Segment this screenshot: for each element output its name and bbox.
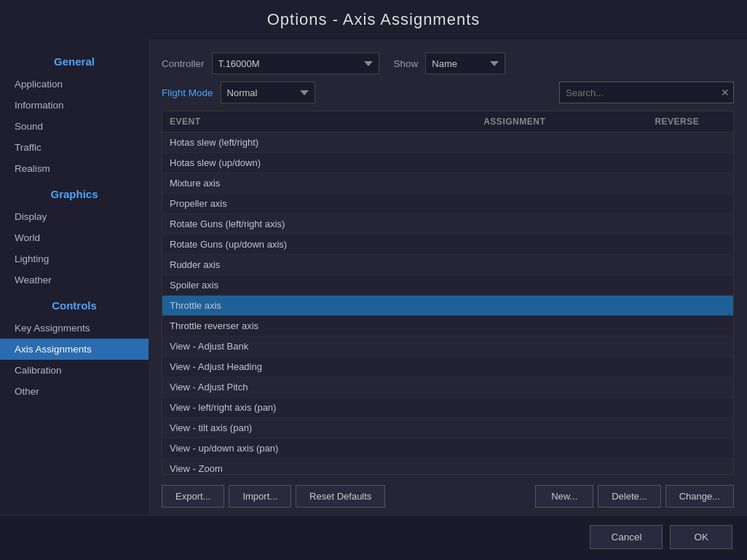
events-table-wrapper: EVENT ASSIGNMENT REVERSE Hotas slew (lef…: [162, 111, 734, 475]
table-row[interactable]: View - tilt axis (pan): [162, 418, 733, 438]
change-button[interactable]: Change...: [665, 485, 734, 508]
table-row[interactable]: Mixture axis: [162, 173, 733, 194]
event-cell: View - tilt axis (pan): [162, 418, 476, 438]
event-cell: View - Adjust Heading: [162, 357, 476, 377]
assignment-cell: [476, 398, 647, 418]
ok-button[interactable]: OK: [670, 525, 732, 549]
table-row[interactable]: Hotas slew (left/right): [162, 133, 733, 153]
search-input[interactable]: [559, 82, 734, 103]
sidebar-item-calibration[interactable]: Calibration: [0, 360, 149, 381]
sidebar-item-application[interactable]: Application: [0, 74, 149, 95]
controller-select[interactable]: T.16000M: [212, 52, 379, 74]
table-row[interactable]: Hotas slew (up/down): [162, 153, 733, 173]
reverse-cell: [647, 234, 733, 255]
assignment-cell: [476, 316, 647, 336]
table-row[interactable]: Throttle reverser axis: [162, 316, 733, 336]
reverse-cell: [647, 153, 733, 173]
sidebar-item-display[interactable]: Display: [0, 206, 149, 227]
table-row[interactable]: View - up/down axis (pan): [162, 438, 733, 459]
event-cell: Hotas slew (left/right): [162, 133, 476, 153]
table-row[interactable]: Spoiler axis: [162, 275, 733, 296]
new-button[interactable]: New...: [535, 485, 593, 508]
event-cell: Mixture axis: [162, 173, 476, 194]
assignment-cell: [476, 336, 647, 357]
assignment-cell: [476, 357, 647, 377]
top-controls: Controller T.16000M Show Name ID: [162, 52, 734, 74]
sidebar-item-lighting[interactable]: Lighting: [0, 248, 149, 269]
reverse-cell: [647, 336, 733, 357]
event-cell: Hotas slew (up/down): [162, 153, 476, 173]
table-row[interactable]: View - Adjust Heading: [162, 357, 733, 377]
assignment-cell: [476, 234, 647, 255]
events-table-container[interactable]: EVENT ASSIGNMENT REVERSE Hotas slew (lef…: [162, 111, 733, 474]
event-cell: Rotate Guns (left/right axis): [162, 214, 476, 234]
sidebar-item-sound[interactable]: Sound: [0, 116, 149, 137]
event-cell: View - up/down axis (pan): [162, 438, 476, 459]
event-cell: Throttle reverser axis: [162, 316, 476, 336]
reset-defaults-button[interactable]: Reset Defaults: [296, 485, 385, 508]
table-row[interactable]: Rotate Guns (up/down axis): [162, 234, 733, 255]
assignment-cell: [476, 153, 647, 173]
event-cell: View - Adjust Bank: [162, 336, 476, 357]
sidebar-item-axis-assignments[interactable]: Axis Assignments: [0, 339, 149, 360]
assignment-cell: [476, 418, 647, 438]
search-clear-icon[interactable]: ✕: [721, 87, 730, 98]
reverse-cell: [647, 133, 733, 153]
controller-label: Controller: [162, 58, 205, 69]
reverse-cell: [647, 418, 733, 438]
cancel-button[interactable]: Cancel: [590, 525, 663, 549]
sidebar-item-weather[interactable]: Weather: [0, 269, 149, 291]
table-row[interactable]: View - Adjust Pitch: [162, 377, 733, 398]
assignment-cell: [476, 194, 647, 214]
reverse-cell: [647, 398, 733, 418]
content-area: Controller T.16000M Show Name ID Flight …: [149, 39, 747, 515]
assignment-cell: [476, 275, 647, 296]
sidebar-item-key-assignments[interactable]: Key Assignments: [0, 318, 149, 339]
assignment-cell: [476, 296, 647, 316]
import-button[interactable]: Import...: [229, 485, 291, 508]
event-cell: Spoiler axis: [162, 275, 476, 296]
col-header-assignment: ASSIGNMENT: [476, 111, 647, 133]
sidebar-item-other[interactable]: Other: [0, 381, 149, 402]
bottom-bar: Cancel OK: [0, 515, 747, 559]
col-header-event: EVENT: [162, 111, 476, 133]
flight-mode-label: Flight Mode: [162, 87, 213, 98]
reverse-cell: [647, 194, 733, 214]
assignment-cell: [476, 459, 647, 475]
table-row[interactable]: Rudder axis: [162, 255, 733, 275]
sidebar-item-world[interactable]: World: [0, 227, 149, 248]
title-bar: Options - Axis Assignments: [0, 0, 747, 39]
show-select[interactable]: Name ID: [425, 52, 505, 74]
table-row[interactable]: View - Adjust Bank: [162, 336, 733, 357]
reverse-cell: [647, 214, 733, 234]
reverse-cell: [647, 296, 733, 316]
sidebar-item-information[interactable]: Information: [0, 95, 149, 116]
assignment-cell: [476, 255, 647, 275]
event-cell: View - Adjust Pitch: [162, 377, 476, 398]
col-header-reverse: REVERSE: [647, 111, 733, 133]
delete-button[interactable]: Delete...: [598, 485, 660, 508]
table-row[interactable]: Throttle axis: [162, 296, 733, 316]
table-row[interactable]: Rotate Guns (left/right axis): [162, 214, 733, 234]
table-row[interactable]: View - Zoom: [162, 459, 733, 475]
sidebar-item-traffic[interactable]: Traffic: [0, 137, 149, 158]
assignment-cell: [476, 214, 647, 234]
event-cell: Rudder axis: [162, 255, 476, 275]
sidebar-item-realism[interactable]: Realism: [0, 158, 149, 179]
table-row[interactable]: View - left/right axis (pan): [162, 398, 733, 418]
sidebar: General Application Information Sound Tr…: [0, 39, 149, 515]
reverse-cell: [647, 357, 733, 377]
reverse-cell: [647, 459, 733, 475]
graphics-section-title: Graphics: [0, 179, 149, 206]
event-cell: View - Zoom: [162, 459, 476, 475]
general-section-title: General: [0, 47, 149, 74]
event-cell: View - left/right axis (pan): [162, 398, 476, 418]
table-row[interactable]: Propeller axis: [162, 194, 733, 214]
flight-mode-select[interactable]: Normal Simplified Legacy Modern: [221, 82, 315, 103]
reverse-cell: [647, 377, 733, 398]
reverse-cell: [647, 255, 733, 275]
assignment-cell: [476, 173, 647, 194]
assignment-cell: [476, 133, 647, 153]
export-button[interactable]: Export...: [162, 485, 224, 508]
page-title: Options - Axis Assignments: [267, 10, 481, 28]
